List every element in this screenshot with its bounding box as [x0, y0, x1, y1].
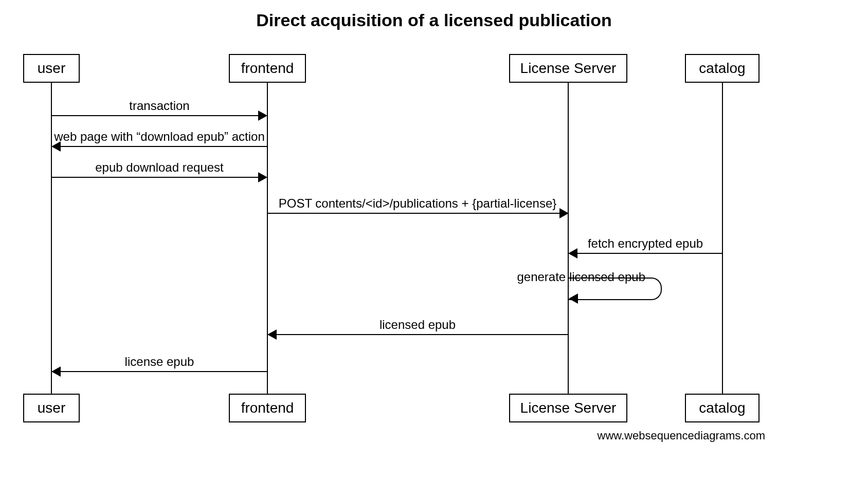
actor-catalog-top: catalog — [685, 54, 760, 83]
actor-frontend-top: frontend — [229, 54, 306, 83]
arrow-download-req — [258, 172, 267, 182]
lifeline-user — [51, 82, 52, 394]
arrow-transaction — [258, 110, 267, 121]
msg-line-webpage — [61, 146, 267, 147]
msg-label-licensed-epub: licensed epub — [379, 318, 456, 332]
actor-user-bottom: user — [23, 394, 80, 422]
arrow-post — [559, 208, 569, 218]
actor-catalog-bottom: catalog — [685, 394, 760, 422]
arrow-fetch — [568, 248, 577, 259]
msg-label-webpage: web page with “download epub” action — [54, 130, 265, 144]
arrow-licensed-epub — [267, 329, 277, 340]
sequence-diagram: Direct acquisition of a licensed publica… — [0, 0, 868, 480]
msg-label-post: POST contents/<id>/publications + {parti… — [279, 196, 557, 211]
actor-frontend-bottom: frontend — [229, 394, 306, 422]
msg-line-license-epub — [61, 371, 267, 372]
lifeline-frontend — [267, 82, 268, 394]
msg-label-transaction: transaction — [129, 99, 189, 113]
msg-line-post — [267, 213, 559, 214]
self-loop-generate — [568, 278, 662, 300]
msg-line-licensed-epub — [277, 334, 569, 335]
footer-link: www.websequencediagrams.com — [598, 429, 766, 442]
actor-user-top: user — [23, 54, 80, 83]
actor-license-server-top: License Server — [509, 54, 627, 83]
lifeline-catalog — [722, 82, 723, 394]
lifeline-license-server — [568, 82, 569, 394]
msg-line-transaction — [51, 115, 258, 116]
msg-label-fetch: fetch encrypted epub — [588, 236, 703, 251]
msg-line-fetch — [577, 253, 723, 254]
diagram-title: Direct acquisition of a licensed publica… — [0, 10, 868, 30]
msg-label-download-req: epub download request — [95, 160, 224, 175]
arrow-webpage — [51, 141, 61, 152]
msg-line-download-req — [51, 177, 258, 178]
arrow-generate — [569, 293, 578, 304]
actor-license-server-bottom: License Server — [509, 394, 627, 422]
msg-label-license-epub: license epub — [125, 355, 194, 369]
arrow-license-epub — [51, 366, 61, 377]
